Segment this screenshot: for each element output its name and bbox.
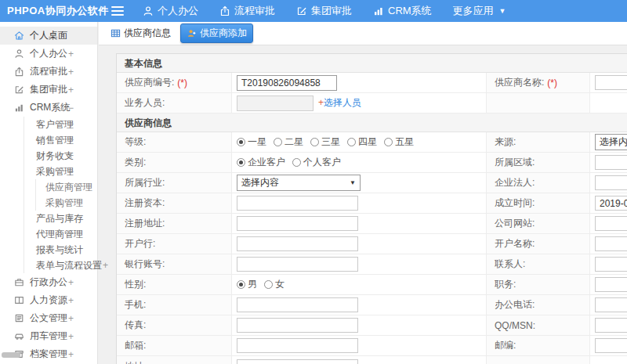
established-date-input[interactable]: [595, 196, 627, 211]
expand-plus-icon[interactable]: +: [68, 331, 74, 342]
expand-plus-icon[interactable]: +: [68, 295, 74, 306]
bank-account-input[interactable]: [237, 257, 358, 272]
email-input[interactable]: [237, 338, 358, 353]
expand-plus-icon[interactable]: +: [68, 277, 74, 288]
radio-label: 五星: [395, 135, 414, 149]
sidebar-item-group-approval[interactable]: 集团审批+: [0, 81, 97, 99]
tab-supplier-info-tab[interactable]: 供应商信息: [105, 24, 176, 42]
website-input[interactable]: [595, 216, 627, 231]
sidebar-item-human-resources[interactable]: 人力资源+: [0, 291, 97, 309]
user-icon: [143, 5, 154, 16]
expand-plus-icon[interactable]: +: [68, 135, 74, 146]
gender-radio-男[interactable]: 男: [237, 278, 257, 291]
sidebar-item-label: 公文管理: [30, 312, 67, 325]
expand-plus-icon[interactable]: +: [68, 67, 74, 77]
expand-plus-icon[interactable]: +: [68, 349, 74, 360]
field-label-text: 注册资本:: [125, 196, 165, 210]
address-input[interactable]: [237, 359, 358, 364]
sidebar-item-admin-office[interactable]: 行政办公+: [0, 273, 97, 291]
field-label: 地址:: [117, 356, 232, 364]
field-label-text: 办公电话:: [495, 298, 535, 312]
sidebar-item-personal-office[interactable]: 个人办公+: [0, 45, 97, 63]
qq-msn-input[interactable]: [595, 318, 627, 333]
horizontal-scrollbar-thumb[interactable]: [2, 352, 20, 358]
field-label-text: 地址:: [125, 360, 146, 364]
sidebar-item-form-flow-settings[interactable]: 表单与流程设置+: [0, 258, 97, 273]
contact-person-input[interactable]: [595, 257, 627, 272]
supplier-code-input[interactable]: [237, 75, 337, 91]
business-person-input[interactable]: [237, 96, 314, 111]
nav-item-crm-system[interactable]: CRM系统: [373, 4, 432, 18]
sidebar-item-vehicle-mgmt[interactable]: 用车管理+: [0, 327, 97, 345]
expand-plus-icon[interactable]: +: [68, 85, 74, 96]
sidebar-item-sales-mgmt[interactable]: 销售管理+: [0, 132, 97, 148]
level-radio-四星[interactable]: 四星: [347, 135, 377, 149]
sidebar-item-workflow-approval[interactable]: 流程审批+: [0, 63, 97, 81]
sidebar-item-document-mgmt[interactable]: 公文管理+: [0, 309, 97, 327]
legal-person-input[interactable]: [595, 175, 627, 190]
account-name-input[interactable]: [595, 236, 627, 251]
field-label-text: 所属区域:: [495, 156, 535, 169]
region-input[interactable]: [595, 155, 627, 170]
menu-toggle-icon[interactable]: [111, 6, 124, 16]
field-cell: [590, 73, 627, 92]
registered-address-input[interactable]: [237, 216, 358, 231]
sidebar-item-product-inventory[interactable]: 产品与库存+: [0, 211, 97, 226]
source-select[interactable]: 选择内容▼: [595, 134, 627, 150]
expand-plus-icon[interactable]: +: [68, 49, 74, 59]
level-radio-一星[interactable]: 一星: [237, 135, 266, 149]
supplier-name-input[interactable]: [595, 75, 627, 90]
sidebar-item-label: 个人桌面: [30, 29, 67, 42]
office-phone-input[interactable]: [595, 297, 627, 312]
nav-item-personal-office[interactable]: 个人办公: [143, 4, 198, 18]
category-radio-个人客户[interactable]: 个人客户: [292, 156, 341, 169]
tab-label: 供应商信息: [124, 27, 171, 40]
car-icon: [14, 331, 24, 341]
gender-radio-女[interactable]: 女: [264, 278, 285, 291]
expand-plus-icon[interactable]: +: [68, 119, 74, 130]
category-radio-企业客户[interactable]: 企业客户: [237, 156, 285, 169]
fax-input[interactable]: [237, 318, 358, 333]
sidebar-item-supplier-mgmt[interactable]: 供应商管理: [0, 179, 97, 195]
field-label-text: 银行账号:: [125, 258, 165, 271]
postcode-input[interactable]: [595, 338, 627, 353]
expand-plus-icon[interactable]: +: [68, 229, 74, 240]
nav-item-label: CRM系统: [388, 4, 432, 18]
tab-supplier-add-tab[interactable]: 供应商添加: [180, 23, 253, 43]
expand-plus-icon[interactable]: +: [68, 150, 74, 161]
nav-item-group-approval[interactable]: 集团审批: [296, 4, 352, 18]
field-cell: 选择内容▼: [232, 173, 487, 193]
mobile-input[interactable]: [237, 297, 358, 312]
sidebar-item-personal-desktop[interactable]: 个人桌面: [0, 27, 97, 45]
sidebar-item-agent-mgmt[interactable]: 代理商管理+: [0, 226, 97, 242]
collapse-minus-icon[interactable]: −: [68, 103, 74, 114]
collapse-minus-icon[interactable]: −: [68, 166, 74, 177]
nav-item-more-apps[interactable]: 更多应用▼: [453, 4, 506, 18]
level-radio-五星[interactable]: 五星: [384, 135, 414, 149]
sidebar-item-purchase-mgmt[interactable]: 采购管理−: [0, 164, 97, 179]
bank-input[interactable]: [237, 236, 358, 251]
sidebar-item-crm-system[interactable]: CRM系统−: [0, 99, 97, 117]
field-label: 开户名称:: [487, 234, 590, 254]
expand-plus-icon[interactable]: +: [103, 260, 108, 271]
position-input[interactable]: [595, 277, 627, 292]
expand-plus-icon[interactable]: +: [68, 213, 74, 224]
registered-capital-input[interactable]: [237, 196, 358, 211]
sidebar-item-finance[interactable]: 财务收支+: [0, 148, 97, 164]
field-label-text: QQ/MSN:: [495, 320, 535, 331]
sidebar-item-purchase-mgmt-sub[interactable]: 采购管理: [0, 195, 97, 211]
user-icon: [14, 49, 24, 59]
field-label: 类别:: [117, 153, 232, 172]
level-radio-三星[interactable]: 三星: [310, 135, 340, 149]
industry-select[interactable]: 选择内容▼: [237, 175, 361, 191]
radio-label: 女: [275, 278, 285, 291]
sidebar-item-reports-stats[interactable]: 报表与统计: [0, 242, 97, 258]
nav-item-label: 集团审批: [311, 4, 352, 18]
form-row: 类别:企业客户个人客户所属区域:: [117, 153, 627, 173]
select-person-link[interactable]: +选择人员: [318, 96, 361, 110]
sidebar-item-customer-mgmt[interactable]: 客户管理+: [0, 117, 97, 132]
level-radio-二星[interactable]: 二星: [274, 135, 303, 149]
field-label: 联系人:: [487, 254, 590, 274]
nav-item-workflow-approval[interactable]: 流程审批: [219, 4, 275, 18]
expand-plus-icon[interactable]: +: [68, 313, 74, 324]
